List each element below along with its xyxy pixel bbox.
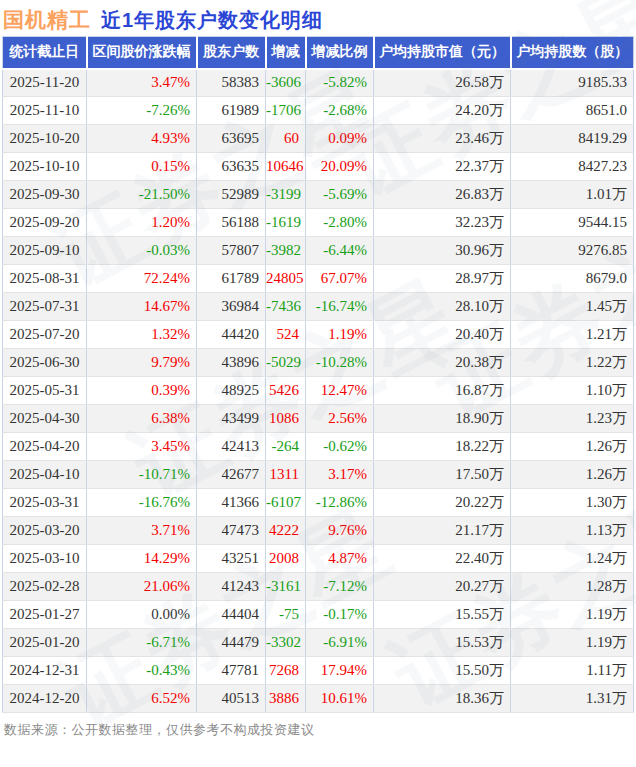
cell-avg-value: 28.97万	[374, 265, 511, 293]
cell-delta-pct: -5.82%	[306, 69, 374, 97]
title-text: 近1年股东户数变化明细	[101, 9, 323, 31]
table-row: 2025-09-30 -21.50% 52989 -3199 -5.69% 26…	[3, 181, 634, 209]
cell-avg-shares: 1.28万	[511, 573, 634, 601]
cell-delta: 1086	[266, 405, 306, 433]
cell-date: 2025-06-30	[3, 349, 87, 377]
cell-holders: 48925	[197, 377, 266, 405]
cell-delta-pct: 12.47%	[306, 377, 374, 405]
cell-date: 2025-09-30	[3, 181, 87, 209]
table-row: 2025-10-10 0.15% 63635 10646 20.09% 22.3…	[3, 153, 634, 181]
cell-date: 2025-11-10	[3, 97, 87, 125]
cell-range: 9.79%	[87, 349, 197, 377]
table-header: 统计截止日 区间股价涨跌幅 股东户数 增减 增减比例 户均持股市值（元） 户均持…	[3, 37, 634, 69]
cell-holders: 43896	[197, 349, 266, 377]
cell-holders: 44420	[197, 321, 266, 349]
table-row: 2025-04-10 -10.71% 42677 1311 3.17% 17.5…	[3, 461, 634, 489]
cell-delta-pct: 2.56%	[306, 405, 374, 433]
cell-range: 21.06%	[87, 573, 197, 601]
cell-delta-pct: 3.17%	[306, 461, 374, 489]
cell-range: 0.39%	[87, 377, 197, 405]
cell-date: 2025-01-20	[3, 629, 87, 657]
cell-range: 3.71%	[87, 517, 197, 545]
table-row: 2025-10-20 4.93% 63695 60 0.09% 23.46万 8…	[3, 125, 634, 153]
cell-avg-shares: 1.30万	[511, 489, 634, 517]
cell-range: 4.93%	[87, 125, 197, 153]
table-row: 2025-03-31 -16.76% 41366 -6107 -12.86% 2…	[3, 489, 634, 517]
cell-delta-pct: -2.68%	[306, 97, 374, 125]
cell-delta: 24805	[266, 265, 306, 293]
cell-holders: 58383	[197, 69, 266, 97]
cell-avg-shares: 1.11万	[511, 657, 634, 685]
cell-date: 2025-03-10	[3, 545, 87, 573]
cell-range: 0.15%	[87, 153, 197, 181]
cell-delta-pct: -12.86%	[306, 489, 374, 517]
table-row: 2025-07-31 14.67% 36984 -7436 -16.74% 28…	[3, 293, 634, 321]
cell-delta: -3982	[266, 237, 306, 265]
cell-avg-value: 18.90万	[374, 405, 511, 433]
cell-avg-shares: 1.45万	[511, 293, 634, 321]
col-header-delta: 增减	[266, 37, 306, 69]
cell-delta-pct: -10.28%	[306, 349, 374, 377]
cell-date: 2025-07-31	[3, 293, 87, 321]
cell-avg-value: 22.37万	[374, 153, 511, 181]
cell-delta: 60	[266, 125, 306, 153]
cell-avg-shares: 1.19万	[511, 601, 634, 629]
cell-range: 0.00%	[87, 601, 197, 629]
col-header-delta-pct: 增减比例	[306, 37, 374, 69]
cell-date: 2024-12-31	[3, 657, 87, 685]
cell-avg-shares: 8419.29	[511, 125, 634, 153]
cell-holders: 40513	[197, 685, 266, 713]
cell-delta-pct: -7.12%	[306, 573, 374, 601]
cell-delta-pct: -2.80%	[306, 209, 374, 237]
cell-date: 2024-12-20	[3, 685, 87, 713]
cell-delta-pct: -5.69%	[306, 181, 374, 209]
table-row: 2025-03-10 14.29% 43251 2008 4.87% 22.40…	[3, 545, 634, 573]
cell-delta-pct: -0.62%	[306, 433, 374, 461]
cell-range: 6.52%	[87, 685, 197, 713]
col-header-holders: 股东户数	[197, 37, 266, 69]
cell-delta-pct: 4.87%	[306, 545, 374, 573]
cell-avg-value: 21.17万	[374, 517, 511, 545]
col-header-avg-value: 户均持股市值（元）	[374, 37, 511, 69]
cell-avg-shares: 1.22万	[511, 349, 634, 377]
page-title: 国机精工近1年股东户数变化明细	[0, 0, 636, 34]
cell-range: 14.67%	[87, 293, 197, 321]
cell-date: 2025-08-31	[3, 265, 87, 293]
cell-delta: 524	[266, 321, 306, 349]
cell-holders: 47473	[197, 517, 266, 545]
cell-range: -6.71%	[87, 629, 197, 657]
cell-holders: 44479	[197, 629, 266, 657]
cell-delta: 1311	[266, 461, 306, 489]
cell-holders: 41243	[197, 573, 266, 601]
cell-range: 3.47%	[87, 69, 197, 97]
cell-date: 2025-09-20	[3, 209, 87, 237]
cell-avg-value: 26.58万	[374, 69, 511, 97]
cell-holders: 63695	[197, 125, 266, 153]
cell-delta-pct: 67.07%	[306, 265, 374, 293]
cell-delta: -264	[266, 433, 306, 461]
table-body: 2025-11-20 3.47% 58383 -3606 -5.82% 26.5…	[3, 69, 634, 713]
holders-table: 统计截止日 区间股价涨跌幅 股东户数 增减 增减比例 户均持股市值（元） 户均持…	[2, 36, 634, 713]
cell-date: 2025-04-20	[3, 433, 87, 461]
cell-delta: 10646	[266, 153, 306, 181]
cell-avg-value: 20.40万	[374, 321, 511, 349]
cell-holders: 57807	[197, 237, 266, 265]
table-row: 2024-12-31 -0.43% 47781 7268 17.94% 15.5…	[3, 657, 634, 685]
cell-avg-shares: 1.26万	[511, 461, 634, 489]
cell-date: 2025-05-31	[3, 377, 87, 405]
cell-holders: 47781	[197, 657, 266, 685]
cell-avg-value: 20.22万	[374, 489, 511, 517]
cell-avg-shares: 1.24万	[511, 545, 634, 573]
cell-avg-shares: 1.13万	[511, 517, 634, 545]
cell-avg-value: 15.55万	[374, 601, 511, 629]
cell-range: -0.43%	[87, 657, 197, 685]
cell-range: 1.32%	[87, 321, 197, 349]
cell-date: 2025-03-20	[3, 517, 87, 545]
cell-delta-pct: 0.09%	[306, 125, 374, 153]
table-row: 2025-05-31 0.39% 48925 5426 12.47% 16.87…	[3, 377, 634, 405]
cell-delta-pct: -16.74%	[306, 293, 374, 321]
cell-range: 1.20%	[87, 209, 197, 237]
cell-avg-value: 15.50万	[374, 657, 511, 685]
cell-delta: -6107	[266, 489, 306, 517]
cell-delta-pct: 17.94%	[306, 657, 374, 685]
